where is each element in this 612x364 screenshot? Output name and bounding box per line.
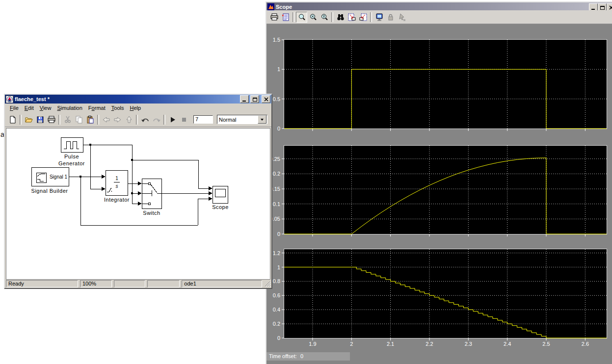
svg-text:2.5: 2.5 [542,341,550,347]
scope-plot-signal: 1.922.12.22.32.42.52.600.20.40.60.811.2 [284,249,607,338]
close-icon [609,5,612,10]
menu-simulation[interactable]: Simulation [54,104,85,112]
go-forward-button[interactable] [112,114,123,125]
model-toolbar: 7 Normal [5,112,271,127]
svg-text:0.1: 0.1 [273,201,280,207]
time-offset-value: 0 [300,353,303,359]
svg-text:0.4: 0.4 [273,307,280,312]
matlab-icon [267,3,274,10]
go-back-button[interactable] [101,114,112,125]
undo-button[interactable] [139,114,151,125]
signal-selection-button[interactable] [396,12,407,23]
floating-scope-button[interactable] [373,12,385,23]
svg-text:1: 1 [277,66,280,72]
svg-text:2.4: 2.4 [504,341,511,347]
start-simulation-button[interactable] [167,114,178,125]
close-icon [264,97,268,102]
close-button[interactable] [262,95,270,103]
parameters-button[interactable] [280,12,291,23]
back-arrow-icon [102,116,110,124]
scope-window: Scope [266,1,612,364]
menu-help[interactable]: Help [127,104,144,112]
pulse-generator-label2: Generator [58,160,85,166]
cut-button[interactable] [62,114,73,125]
signal-selection-icon [398,13,406,21]
new-file-icon [9,116,17,124]
maximize-icon [600,5,605,10]
menu-format[interactable]: Format [85,104,108,112]
save-floppy-icon [36,116,44,124]
model-canvas[interactable]: Pulse Generator Signal 1 Signal Builder … [6,128,270,280]
toolbar-separator [293,12,294,22]
zoom-x-axis-icon [309,13,317,21]
menu-file[interactable]: File [7,104,22,112]
scope-statusbar: Time offset: 0 [266,352,612,361]
chevron-down-icon [261,119,264,121]
open-folder-icon [25,116,33,124]
paste-button[interactable] [84,114,96,125]
maximize-button[interactable] [250,95,259,103]
resize-grip[interactable] [264,281,270,287]
toolbar-separator [136,115,138,125]
simulation-mode-dropdown[interactable]: Normal [217,115,267,124]
svg-text:0: 0 [277,231,280,237]
redo-icon [152,116,161,124]
switch-label: Switch [143,210,160,216]
simulink-model-icon [6,96,13,103]
status-state: Ready [6,280,78,287]
integrator-numerator: 1 [115,176,118,181]
svg-text:0: 0 [277,335,280,341]
toolbar-separator [58,115,60,125]
up-arrow-icon [125,115,133,124]
integrator-denominator: s [116,183,118,189]
zoom-x-button[interactable] [307,12,319,23]
svg-text:0.2: 0.2 [273,171,280,177]
new-file-button[interactable] [7,114,18,125]
zoom-icon [298,13,306,21]
redo-button[interactable] [151,114,162,125]
lock-icon [387,13,395,21]
scope-toolbar [266,10,612,24]
save-axes-settings-icon [348,13,356,21]
lock-axes-button[interactable] [385,12,396,23]
zoom-button[interactable] [296,12,307,23]
svg-text:1: 1 [277,264,280,270]
scope-block-label: Scope [212,204,229,210]
pulse-generator-label: Pulse [64,154,79,159]
simulation-mode-value: Normal [217,117,258,123]
menu-edit[interactable]: Edit [22,104,37,112]
svg-text:1.9: 1.9 [309,341,316,347]
menu-view[interactable]: View [37,104,54,112]
open-model-button[interactable] [23,114,34,125]
signal-builder-label: Signal Builder [31,188,68,194]
stop-icon [181,117,187,123]
model-titlebar[interactable]: flaeche_test * [5,95,271,104]
print-button[interactable] [268,12,280,23]
simulation-stop-time-field[interactable]: 7 [193,115,213,124]
minimize-button[interactable] [240,95,249,103]
model-menubar: FileEditViewSimulationFormatToolsHelp [5,104,271,112]
restore-axes-button[interactable] [357,12,369,23]
scope-plot-pulse: 00.511.5 [284,39,607,129]
resize-grip-icon [264,281,270,287]
save-axes-button[interactable] [346,12,357,23]
chart-canvas: 00.511.5 [284,40,607,129]
status-solver: ode1 [182,280,262,287]
save-model-button[interactable] [34,114,46,125]
copy-button[interactable] [73,114,84,125]
autoscale-button[interactable] [335,12,346,23]
menu-tools[interactable]: Tools [108,104,127,112]
svg-text:0.2: 0.2 [273,321,280,327]
zoom-y-button[interactable] [319,12,330,23]
minimize-icon [591,5,596,10]
go-up-button[interactable] [123,114,134,125]
dropdown-button[interactable] [258,115,266,124]
stop-simulation-button[interactable] [178,114,189,125]
simulink-model-window: flaeche_test * FileEditViewSimulationFor… [4,94,272,289]
svg-text:2: 2 [350,341,353,347]
clipboard-paste-icon [86,116,94,124]
copy-icon [75,116,83,124]
chart-canvas: 00.050.10.150.20.25 [284,146,607,234]
svg-text:0.5: 0.5 [273,96,280,102]
print-button[interactable] [46,114,57,125]
